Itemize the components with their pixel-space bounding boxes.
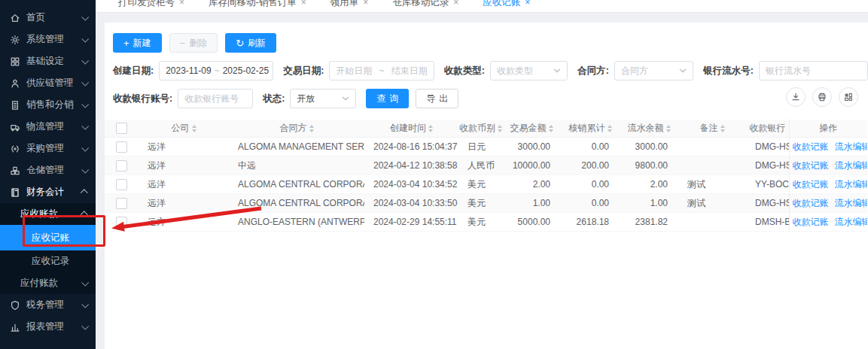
cell-written_off: 0.00	[561, 138, 620, 156]
sort-caret-icon[interactable]	[608, 125, 612, 132]
cell-balance: 3000.00	[620, 138, 678, 156]
select-all-checkbox[interactable]	[105, 120, 139, 138]
sidebar-item-procurement[interactable]: 采购管理	[0, 138, 96, 159]
boxes-icon	[10, 165, 20, 176]
export-button[interactable]: 导出	[416, 89, 458, 108]
sort-caret-icon[interactable]	[309, 125, 314, 132]
sidebar-item-label: 首页	[26, 11, 79, 24]
contract-party-placeholder: 合同方	[621, 65, 648, 77]
bank-account-input[interactable]: 收款银行账号	[178, 89, 253, 108]
flow-edit-link[interactable]: 流水编辑	[832, 217, 868, 227]
column-header-op: 操作	[789, 120, 867, 138]
column-header-party[interactable]: 合同方	[229, 120, 364, 138]
booking-link[interactable]: 收款记账	[790, 217, 832, 227]
trade-date-end-placeholder: 结束日期	[391, 65, 428, 77]
close-icon[interactable]: ×	[301, 0, 306, 8]
refresh-button[interactable]: ↻ 刷新	[225, 33, 276, 53]
new-button[interactable]: + 新建	[113, 33, 162, 53]
sort-caret-icon[interactable]	[428, 125, 433, 132]
sidebar-item-system-mgmt[interactable]: 系统管理	[0, 29, 96, 50]
tab-4[interactable]: 仓库移动记录×	[380, 0, 471, 11]
flow-edit-link[interactable]: 流水编辑	[832, 160, 868, 171]
cell-company: 远洋	[139, 194, 229, 213]
sidebar-item-logistics[interactable]: 物流管理	[0, 116, 96, 138]
checkbox[interactable]	[116, 141, 127, 153]
sort-caret-icon[interactable]	[498, 125, 502, 132]
sidebar-item-report-mgmt[interactable]: 报表管理	[0, 316, 96, 338]
checkbox[interactable]	[116, 123, 127, 134]
sidebar-item-label: 系统管理	[26, 33, 79, 46]
tab-3[interactable]: 领用单×	[318, 0, 381, 11]
create-date-start: 2023-11-09	[166, 65, 212, 76]
layout-icon[interactable]	[839, 87, 858, 107]
booking-link[interactable]: 收款记账	[790, 179, 832, 190]
column-header-label: 流水余额	[628, 123, 664, 133]
booking-link[interactable]: 收款记账	[790, 160, 832, 171]
column-header-written_off[interactable]: 核销累计	[561, 120, 620, 138]
tab-5[interactable]: 应收记账×	[471, 0, 542, 11]
sidebar-item-sales-distribution[interactable]: 销售和分销	[0, 94, 96, 116]
download-icon[interactable]	[786, 87, 806, 107]
sidebar-item-supply-chain[interactable]: 供应链管理	[0, 72, 96, 94]
refresh-button-label: 刷新	[248, 37, 266, 50]
cell-balance: 2.00	[620, 175, 678, 194]
checkbox[interactable]	[116, 179, 127, 190]
sidebar-item-receivable-booking[interactable]: 应收记账	[0, 225, 96, 250]
column-header-company[interactable]: 公司	[139, 120, 229, 138]
column-header-remark[interactable]: 备注	[678, 120, 746, 138]
create-date-range-input[interactable]: 2023-11-09 ~ 2025-02-25	[159, 61, 273, 80]
sort-caret-icon[interactable]	[720, 125, 725, 132]
flow-edit-link[interactable]: 流水编辑	[832, 198, 868, 208]
sidebar-item-label: 税务管理	[26, 299, 79, 311]
checkbox[interactable]	[116, 198, 127, 209]
sort-caret-icon[interactable]	[666, 125, 671, 132]
sort-caret-icon[interactable]	[549, 125, 553, 132]
cell-party: ANGLO-EASTERN (ANTWERP) NV	[229, 213, 364, 232]
booking-link[interactable]: 收款记账	[790, 198, 832, 208]
tab-2[interactable]: 库存间移动-销售订单×	[196, 0, 318, 11]
sidebar-item-tax-mgmt[interactable]: 税务管理	[0, 294, 96, 316]
close-icon[interactable]: ×	[363, 0, 368, 8]
cell-remark	[678, 138, 746, 156]
cell-written_off: 2618.18	[561, 213, 620, 232]
home-icon	[10, 13, 20, 23]
cell-company: 远方	[139, 213, 229, 232]
status-select[interactable]: 开放	[290, 89, 356, 108]
column-header-created[interactable]: 创建时间	[364, 120, 458, 138]
close-icon[interactable]: ×	[525, 0, 530, 8]
document-icon	[10, 100, 20, 111]
sort-caret-icon[interactable]	[192, 125, 196, 132]
contract-party-select[interactable]: 合同方	[614, 61, 693, 80]
column-header-balance[interactable]: 流水余额	[620, 120, 678, 138]
printer-icon[interactable]	[812, 87, 832, 107]
column-header-amount[interactable]: 交易金额	[502, 120, 561, 138]
sidebar-item-receivables[interactable]: 应收账款	[0, 203, 96, 225]
booking-link[interactable]: 收款记账	[790, 141, 832, 152]
sidebar-item-warehouse[interactable]: 仓储管理	[0, 159, 96, 181]
range-separator: ~	[212, 65, 223, 76]
search-button[interactable]: 查询	[366, 89, 409, 108]
close-icon[interactable]: ×	[453, 0, 458, 8]
delete-button[interactable]: − 删除	[169, 33, 218, 53]
bank-flow-input[interactable]: 银行流水号	[759, 61, 868, 80]
sidebar-item-finance-accounting[interactable]: 财务会计	[0, 181, 96, 203]
checkbox[interactable]	[116, 160, 127, 171]
sidebar-item-payables[interactable]: 应付账款	[0, 272, 96, 294]
checkbox[interactable]	[116, 217, 127, 228]
sidebar-item-receivable-records[interactable]: 应收记录	[0, 250, 96, 272]
cell-created: 2024-03-04 10:34:52	[364, 175, 458, 194]
column-header-label: 核销累计	[569, 123, 605, 133]
chevron-down-icon	[81, 301, 89, 308]
sidebar-item-label: 销售和分销	[26, 99, 79, 111]
flow-edit-link[interactable]: 流水编辑	[832, 141, 868, 152]
sidebar-item-basic-settings[interactable]: 基础设定	[0, 50, 96, 72]
cell-balance: 2381.82	[620, 213, 678, 232]
row-actions-cell: 收款记账流水编辑	[789, 213, 867, 232]
close-icon[interactable]: ×	[179, 0, 184, 8]
payment-type-select[interactable]: 收款类型	[490, 61, 568, 80]
flow-edit-link[interactable]: 流水编辑	[832, 179, 868, 190]
trade-date-range-input[interactable]: 开始日期 ~ 结束日期	[329, 61, 434, 80]
tab-1[interactable]: 打印发货柜号×	[106, 0, 196, 11]
sidebar-item-home[interactable]: 首页	[0, 7, 96, 29]
column-header-currency[interactable]: 收款币别	[458, 120, 502, 138]
